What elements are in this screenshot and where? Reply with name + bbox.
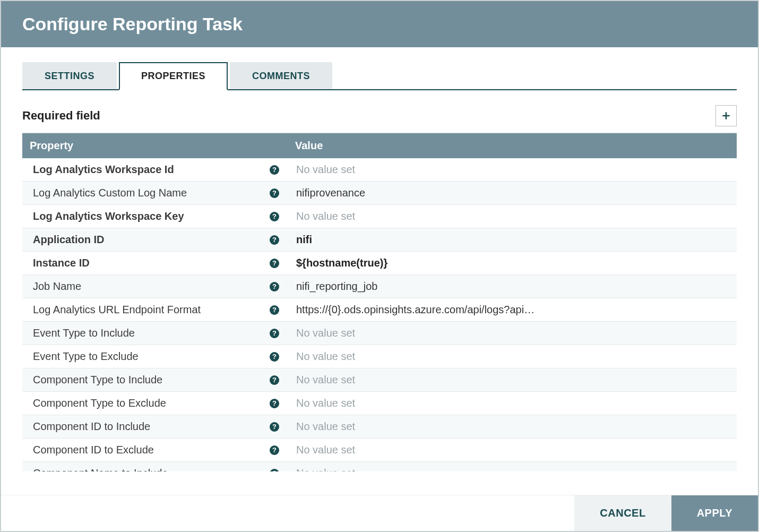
section-row: Required field [22,105,737,126]
help-icon[interactable]: ? [270,188,279,198]
help-icon[interactable]: ? [270,282,279,291]
table-row: Instance ID?${hostname(true)} [22,252,737,275]
help-icon[interactable]: ? [270,305,279,315]
property-name: Job Name [33,280,81,293]
property-value-cell[interactable]: No value set [288,416,553,437]
table-body: Log Analytics Workspace Id?No value setL… [22,158,737,471]
help-icon[interactable]: ? [270,235,279,245]
table-row: Component ID to Include?No value set [22,415,737,439]
property-name: Component ID to Include [33,421,150,433]
property-name-cell: Component Type to Exclude? [22,393,288,414]
property-name-cell: Component Type to Include? [22,370,288,390]
property-name: Log Analytics Workspace Key [33,210,184,222]
property-value-cell[interactable]: nifiprovenance [288,183,553,203]
property-name-cell: Instance ID? [22,253,288,273]
property-name: Event Type to Include [33,327,135,339]
help-icon[interactable]: ? [270,422,279,432]
help-icon[interactable]: ? [270,329,279,338]
apply-button[interactable]: APPLY [671,495,758,531]
help-icon[interactable]: ? [270,259,279,268]
property-name-cell: Event Type to Exclude? [22,346,288,367]
property-name: Log Analytics Custom Log Name [33,187,187,199]
configure-reporting-task-dialog: Configure Reporting Task SETTINGSPROPERT… [0,0,759,532]
cancel-button[interactable]: CANCEL [574,495,671,531]
property-value-cell[interactable]: No value set [288,346,553,367]
property-name-cell: Application ID? [22,229,288,250]
column-header-property: Property [22,133,288,158]
property-name: Event Type to Exclude [33,350,139,363]
property-value-cell[interactable]: No value set [288,159,553,180]
tab-bar: SETTINGSPROPERTIESCOMMENTS [22,62,737,90]
dialog-body: SETTINGSPROPERTIESCOMMENTS Required fiel… [1,47,758,495]
tab-settings[interactable]: SETTINGS [22,62,117,89]
table-row: Application ID?nifi [22,228,737,252]
property-name: Component Name to Include [33,467,168,471]
table-row: Event Type to Include?No value set [22,322,737,345]
property-name: Component ID to Exclude [33,444,154,456]
dialog-footer: CANCEL APPLY [1,495,758,531]
property-name-cell: Log Analytics Workspace Key? [22,206,288,227]
table-row: Job Name?nifi_reporting_job [22,275,737,298]
dialog-title: Configure Reporting Task [22,14,737,35]
property-value-cell[interactable]: No value set [288,463,553,471]
dialog-header: Configure Reporting Task [1,1,758,47]
table-row: Log Analytics Workspace Id?No value set [22,158,737,182]
property-value-cell[interactable]: nifi_reporting_job [288,276,553,297]
property-value-cell[interactable]: No value set [288,323,553,344]
property-name-cell: Event Type to Include? [22,323,288,344]
help-icon[interactable]: ? [270,352,279,362]
table-row: Component Type to Include?No value set [22,368,737,392]
property-name-cell: Log Analytics Custom Log Name? [22,183,288,203]
required-field-heading: Required field [22,109,100,123]
property-name: Component Type to Exclude [33,397,166,409]
table-row: Component ID to Exclude?No value set [22,439,737,462]
property-name: Log Analytics Workspace Id [33,164,174,176]
property-value-cell[interactable]: No value set [288,370,553,390]
property-name-cell: Component ID to Include? [22,416,288,437]
table-row: Component Type to Exclude?No value set [22,392,737,415]
plus-icon [721,110,731,121]
property-name: Instance ID [33,257,90,269]
help-icon[interactable]: ? [270,165,279,175]
property-name-cell: Component Name to Include? [22,463,288,471]
column-header-value: Value [288,133,737,158]
add-property-button[interactable] [715,105,737,126]
help-icon[interactable]: ? [270,445,279,455]
table-header-row: Property Value [22,133,737,158]
property-value-cell[interactable]: ${hostname(true)} [288,253,553,273]
table-row: Log Analytics Custom Log Name?nifiproven… [22,182,737,205]
tab-comments[interactable]: COMMENTS [230,62,332,89]
table-row: Component Name to Include?No value set [22,462,737,471]
help-icon[interactable]: ? [270,375,279,385]
tab-properties[interactable]: PROPERTIES [119,62,228,90]
property-name: Application ID [33,234,104,246]
property-name-cell: Component ID to Exclude? [22,440,288,460]
help-icon[interactable]: ? [270,399,279,408]
property-value-cell[interactable]: No value set [288,440,553,460]
property-value-cell[interactable]: nifi [288,229,553,250]
properties-table: Property Value Log Analytics Workspace I… [22,133,737,495]
property-value-cell[interactable]: No value set [288,206,553,227]
help-icon[interactable]: ? [270,212,279,221]
property-name: Log Analytics URL Endpoint Format [33,304,201,316]
table-row: Log Analytics URL Endpoint Format?https:… [22,298,737,322]
property-name-cell: Job Name? [22,276,288,297]
property-name-cell: Log Analytics Workspace Id? [22,159,288,180]
property-name-cell: Log Analytics URL Endpoint Format? [22,299,288,320]
property-value-cell[interactable]: https://{0}.ods.opinsights.azure.com/api… [288,299,553,320]
property-name: Component Type to Include [33,374,162,386]
help-icon[interactable]: ? [270,469,279,472]
property-value-cell[interactable]: No value set [288,393,553,414]
table-row: Log Analytics Workspace Key?No value set [22,205,737,228]
table-row: Event Type to Exclude?No value set [22,345,737,368]
